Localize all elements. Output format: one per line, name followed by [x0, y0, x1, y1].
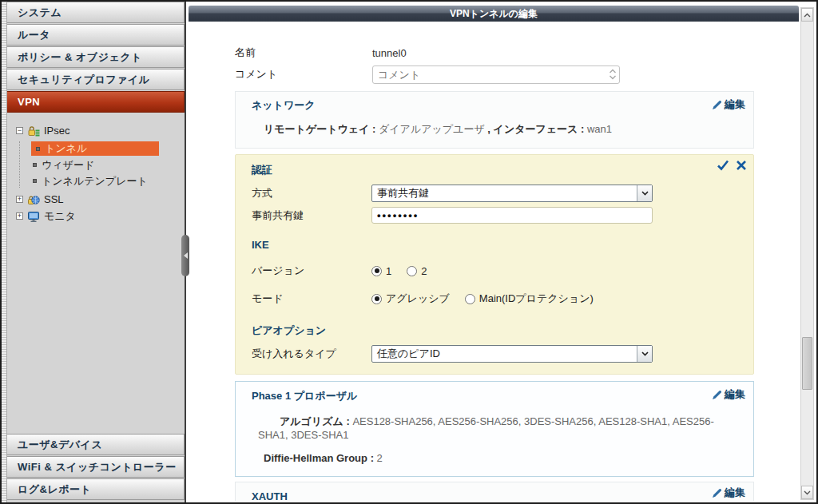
edit-label: 編集 [725, 97, 745, 112]
separator: : [369, 123, 379, 135]
chevron-left-icon [184, 252, 188, 259]
pencil-icon [712, 100, 722, 110]
sidebar-item-wifi-switch[interactable]: WiFi & スイッチコントローラー [7, 456, 185, 478]
interface-label: インターフェース [494, 123, 578, 135]
mode-main-label: Main(IDプロテクション) [479, 292, 594, 306]
phase1-proposal-section: Phase 1 プロポーザル 編集 アルゴリズム : AES128-SHA256… [235, 381, 754, 477]
separator: : [343, 415, 353, 427]
accepted-type-value: 任意のピアID [372, 347, 637, 361]
separator: , [485, 123, 494, 135]
sidebar-item-user-device[interactable]: ユーザ&デバイス [7, 434, 185, 455]
ike-section-title: IKE [236, 239, 753, 251]
chevron-down-icon [637, 185, 652, 201]
comment-label: コメント [235, 67, 372, 81]
name-label: 名前 [235, 46, 372, 60]
accepted-type-select[interactable]: 任意のピアID [371, 345, 653, 363]
chevron-up-icon [804, 13, 811, 18]
sidebar-item-vpn[interactable]: VPN [7, 91, 185, 113]
xauth-section: XAUTH 編集 タイプ : 無効 [235, 482, 754, 501]
collapse-icon[interactable]: − [16, 127, 23, 134]
tree-label-tunnel-template: トンネルテンプレート [42, 174, 148, 189]
sidebar-texture [2, 2, 7, 502]
network-section: ネットワーク 編集 リモートゲートウェイ : ダイアルアップユーザ , インター… [235, 91, 754, 149]
sidebar-item-router[interactable]: ルータ [7, 24, 185, 46]
tree-bullet-icon [33, 179, 37, 183]
separator: : [578, 123, 587, 135]
resize-spinner-icon[interactable] [609, 68, 617, 83]
algorithms-label: アルゴリズム [280, 415, 343, 427]
tree-label-monitor: モニタ [44, 209, 76, 224]
version-1-label: 1 [386, 265, 391, 277]
scrollbar-thumb[interactable] [802, 337, 812, 390]
ipsec-lock-icon [27, 125, 40, 137]
sidebar-bottom-menu: ユーザ&デバイス WiFi & スイッチコントローラー ログ&レポート [7, 434, 185, 501]
remote-gateway-value: ダイアルアップユーザ [379, 123, 485, 135]
method-select[interactable]: 事前共有鍵 [371, 185, 653, 202]
accepted-type-label: 受け入れるタイプ [252, 347, 371, 361]
expand-icon[interactable]: + [16, 196, 23, 203]
pencil-icon [712, 488, 722, 498]
tree-item-wizard[interactable]: ウィザード [31, 158, 185, 172]
version-1-radio[interactable] [371, 266, 382, 276]
chevron-down-icon [804, 490, 811, 495]
tree-bullet-icon [33, 163, 37, 167]
chevron-down-icon [637, 346, 652, 362]
network-edit-button[interactable]: 編集 [712, 97, 745, 112]
preshared-key-input[interactable] [371, 207, 653, 224]
network-section-title: ネットワーク [252, 98, 753, 113]
scroll-down-button[interactable] [801, 486, 813, 499]
expand-icon[interactable]: + [16, 212, 23, 220]
dh-group-value: 2 [377, 452, 383, 464]
version-2-label: 2 [421, 265, 427, 277]
tunnel-name-value: tunnel0 [372, 47, 407, 59]
tree-label-ipsec: IPsec [44, 125, 70, 137]
comment-input[interactable] [372, 65, 620, 84]
cancel-button[interactable] [736, 159, 747, 171]
mode-main-radio[interactable] [465, 294, 475, 304]
tree-node-ssl[interactable]: + SSL [16, 191, 185, 208]
phase1-algorithms: アルゴリズム : AES128-SHA256, AES256-SHA256, 3… [252, 415, 753, 442]
app-window: システム ルータ ポリシー & オブジェクト セキュリティプロファイル VPN … [0, 0, 818, 504]
sidebar: システム ルータ ポリシー & オブジェクト セキュリティプロファイル VPN … [2, 2, 185, 502]
phase1-edit-button[interactable]: 編集 [712, 387, 745, 402]
preshared-key-label: 事前共有鍵 [252, 208, 371, 223]
dh-group-label: Diffie-Hellman Group [264, 452, 367, 464]
phase1-title: Phase 1 プロポーザル [252, 389, 753, 403]
tree-item-tunnel[interactable]: トンネル [31, 141, 159, 156]
ipsec-children: トンネル ウィザード トンネルテンプレート [19, 141, 185, 188]
tree-label-wizard: ウィザード [42, 158, 94, 173]
interface-value: wan1 [587, 123, 612, 135]
form-scroll-area: 名前 tunnel0 コメント ネットワーク [189, 22, 799, 501]
sidebar-item-system[interactable]: システム [7, 2, 185, 23]
mode-aggressive-radio[interactable] [371, 294, 382, 304]
vpn-tree: − IPsec トンネル [7, 113, 185, 224]
sidebar-item-security-profiles[interactable]: セキュリティプロファイル [7, 69, 185, 90]
page-title: VPNトンネルの編集 [450, 8, 538, 19]
monitor-icon [27, 210, 40, 223]
edit-label: 編集 [725, 486, 745, 500]
method-select-value: 事前共有鍵 [372, 186, 637, 200]
remote-gateway-label: リモートゲートウェイ [264, 123, 369, 135]
sidebar-item-policy-objects[interactable]: ポリシー & オブジェクト [7, 46, 185, 68]
separator: : [367, 452, 377, 464]
tree-item-tunnel-template[interactable]: トンネルテンプレート [31, 174, 185, 188]
check-icon [717, 159, 729, 171]
pencil-icon [712, 390, 722, 400]
dialog-titlebar: VPNトンネルの編集 [189, 6, 799, 22]
tree-node-ipsec[interactable]: − IPsec [16, 122, 185, 139]
sidebar-item-log-report[interactable]: ログ&レポート [7, 478, 185, 500]
tree-bullet-icon [36, 147, 40, 151]
confirm-button[interactable] [717, 159, 729, 171]
sidebar-collapse-handle[interactable] [181, 235, 189, 276]
vertical-scrollbar[interactable] [800, 7, 814, 500]
tree-node-monitor[interactable]: + モニタ [16, 208, 185, 224]
ike-version-label: バージョン [252, 264, 371, 278]
tree-label-ssl: SSL [44, 193, 64, 205]
xauth-edit-button[interactable]: 編集 [712, 486, 745, 500]
x-icon [736, 160, 747, 171]
method-label: 方式 [252, 186, 371, 200]
version-2-radio[interactable] [407, 266, 417, 276]
edit-label: 編集 [725, 387, 745, 402]
scroll-up-button[interactable] [801, 8, 813, 22]
phase1-dh-group: Diffie-Hellman Group : 2 [252, 452, 753, 464]
